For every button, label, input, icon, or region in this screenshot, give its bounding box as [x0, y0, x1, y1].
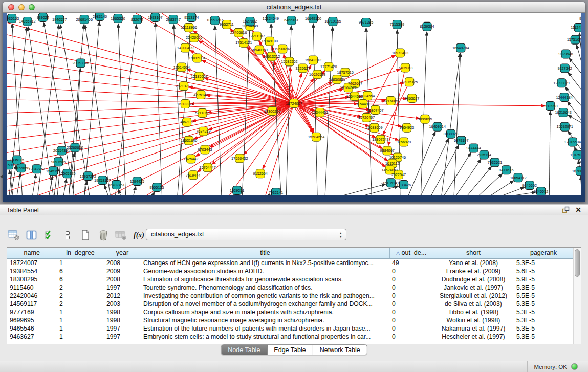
graph-edge [156, 23, 162, 195]
graph-node-label: 9671385 [359, 20, 373, 25]
table-settings-button[interactable] [7, 229, 20, 243]
close-window-button[interactable] [8, 4, 14, 10]
graph-edge [364, 186, 399, 195]
table-scrollbar[interactable] [573, 248, 581, 344]
graph-node-label: 4275142 [193, 93, 208, 97]
network-window-titlebar[interactable]: citations_edges.txt [3, 2, 585, 13]
column-visibility-button[interactable] [25, 229, 38, 243]
table-row[interactable]: 1872400712008Changes of HCN gene express… [7, 258, 573, 267]
graph-node-label: 20053346 [72, 61, 89, 65]
graph-node-label: 9245652 [522, 183, 537, 188]
column-header-short[interactable]: short [433, 248, 514, 258]
table-row[interactable]: 969969511998Structural magnetic resonanc… [7, 316, 573, 324]
tab-edge-table[interactable]: Edge Table [267, 345, 313, 355]
graph-node-label: 10719155 [324, 19, 341, 24]
cell-in_degree: 2 [57, 283, 104, 292]
delete-table-button[interactable] [114, 229, 128, 243]
graph-node-label: 15642312 [305, 58, 321, 62]
close-panel-icon[interactable]: ✕ [575, 206, 581, 214]
graph-node-label: 18300295 [264, 109, 280, 114]
memory-status-label: Memory: OK [534, 364, 567, 370]
column-header-title[interactable]: title [141, 248, 389, 258]
cell-pagerank: 5.3E-5 [514, 258, 573, 267]
tab-network-table[interactable]: Network Table [313, 345, 367, 355]
graph-node-label: 7632621 [488, 160, 502, 165]
table-panel-body: f(x) citations_edges.txt ▲▼ namein_degre… [0, 215, 588, 361]
table-panel-title: Table Panel [7, 207, 39, 214]
table-row[interactable]: 911546021997Tourette syndrome. Phenomeno… [7, 283, 573, 292]
table-row[interactable]: 1938455462009Genome-wide association stu… [7, 267, 573, 275]
table-row[interactable]: 2242004622012Investigating the contribut… [7, 292, 573, 300]
cell-pagerank: 5.5E-5 [514, 292, 573, 300]
graph-node-label: 7462667 [348, 81, 362, 86]
table-row[interactable]: 1830029562008Estimation of significance … [7, 275, 573, 283]
graph-edge [491, 181, 514, 195]
column-header-name[interactable]: name [7, 248, 57, 258]
graph-node-label: 10120746 [389, 155, 406, 160]
column-header-in_degree[interactable]: in_degree [57, 248, 104, 258]
table-scrollbar-thumb[interactable] [575, 249, 580, 277]
column-header-out_de[interactable]: △out_de... [389, 248, 433, 258]
graph-edge [134, 186, 136, 195]
graph-node-label: 9154491 [356, 102, 370, 106]
minimize-window-button[interactable] [18, 4, 25, 10]
column-header-year[interactable]: year [104, 248, 141, 258]
zoom-window-button[interactable] [29, 4, 35, 10]
graph-edge [456, 159, 481, 195]
graph-node-label: 14850831 [329, 77, 345, 82]
graph-node-label: 16940939 [251, 48, 268, 52]
graph-edge [421, 32, 427, 195]
graph-node-label: 9505135 [149, 185, 164, 190]
graph-node-label: 3220127 [296, 66, 310, 71]
view-mode-button[interactable] [60, 229, 74, 243]
graph-node-label: 15344451 [312, 111, 328, 115]
graph-edge [7, 103, 294, 166]
delete-column-button[interactable] [96, 229, 110, 243]
cell-pagerank: 5.9E-5 [514, 275, 573, 283]
graph-edge [7, 103, 294, 113]
graph-node-label: 12975125 [401, 80, 418, 84]
tab-node-table[interactable]: Node Table [221, 345, 267, 355]
table-chooser-select[interactable]: citations_edges.txt ▲▼ [146, 229, 346, 240]
graph-node-label: 16409514 [429, 124, 446, 129]
graph-node-label: 8139304 [420, 25, 434, 29]
graph-node-label: 15751074 [567, 37, 581, 42]
graph-node-label: 1065320 [111, 16, 125, 21]
table-row[interactable]: 946362711997Embryonic stem cells: a mode… [7, 333, 573, 341]
graph-node-label: 1545193 [46, 169, 60, 173]
new-column-button[interactable] [78, 229, 92, 243]
cell-in_degree: 1 [57, 258, 104, 267]
function-builder-button[interactable]: f(x) [132, 229, 146, 243]
table-row[interactable]: 977716911998Corpus callosum shape and si… [7, 308, 573, 316]
network-window-title: citations_edges.txt [3, 2, 585, 12]
graph-node-label: 12444184 [556, 95, 572, 100]
graph-node-label: 3824554 [360, 94, 375, 98]
graph-node-label: 14200499 [177, 46, 193, 50]
chevron-up-down-icon: ▲▼ [339, 231, 342, 238]
memory-status-dot[interactable] [571, 363, 578, 370]
graph-edge [479, 173, 503, 195]
cell-out_de: 0 [389, 283, 433, 292]
graph-edge [33, 174, 36, 195]
graph-node-label: 1527002 [243, 19, 257, 24]
collapse-west-arrow-icon[interactable] [0, 174, 3, 179]
row-selection-button[interactable] [42, 229, 56, 243]
graph-edge [84, 21, 99, 195]
graph-edge [115, 25, 136, 195]
network-canvas[interactable]: 1872400718300295151189662242004614200499… [7, 13, 581, 195]
table-chooser-value: citations_edges.txt [151, 231, 204, 238]
column-header-pagerank[interactable]: pagerank [514, 248, 573, 258]
graph-node-label: 9756928 [397, 140, 411, 144]
cell-in_degree: 1 [57, 308, 104, 316]
table-row[interactable]: 1456911722003Disruption of a novel membe… [7, 300, 573, 308]
graph-node-label: 19618202 [274, 47, 291, 51]
float-window-icon[interactable] [562, 206, 570, 214]
new-document-icon [80, 229, 91, 242]
graph-node-label: 11124549 [571, 25, 581, 30]
graph-node-label: 9227342 [557, 66, 572, 71]
graph-node-label: 18631640 [181, 138, 197, 143]
graph-node-label: 8213958 [543, 104, 557, 108]
graph-node-label: 15124549 [263, 16, 279, 21]
table-row[interactable]: 946554611997Estimation of the future num… [7, 324, 573, 333]
cell-year: 1998 [104, 316, 141, 324]
